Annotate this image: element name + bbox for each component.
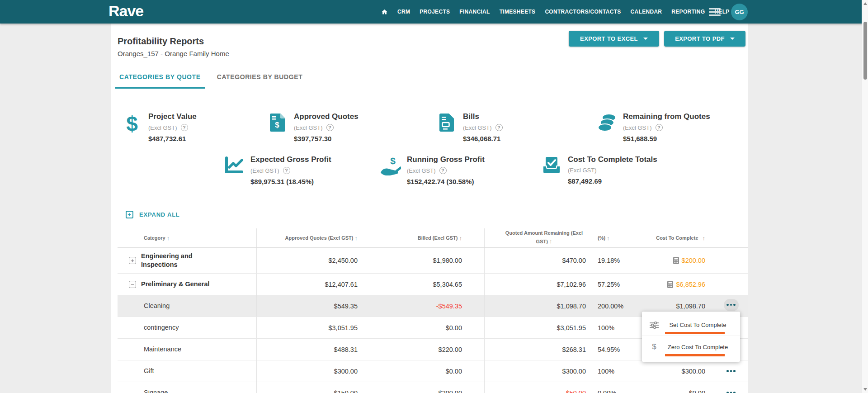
card-title: Remaining from Quotes [623,112,710,121]
column-header-category[interactable]: Category↑ [118,228,257,247]
line-chart-icon [223,155,245,185]
sort-asc-icon: ↑ [549,238,552,245]
billed-cell: $5,304.65 [365,274,485,295]
help-icon[interactable]: ? [495,124,503,131]
percent-cell: 200.00% [594,295,632,317]
row-actions-context-menu: Set Cost To Complete $ Zero Cost To Comp… [642,312,740,362]
row-actions-button[interactable] [725,368,737,374]
page-title: Profitability Reports [118,36,204,47]
tab-categories-by-quote[interactable]: CATEGORIES BY QUOTE [115,72,205,89]
column-header-billed[interactable]: Billed (Excl GST)↑ [365,228,485,247]
category-name: Engineering and Inspections [141,252,219,269]
scroll-down-icon[interactable] [863,388,867,391]
approved-cell: $488.31 [257,339,365,360]
tax-note: (Excl GST) [463,124,492,131]
approved-cell: $12,407.61 [257,274,365,295]
quote-document-icon: $ [267,112,288,142]
help-icon[interactable]: ? [283,167,290,174]
nav-item-contractors-contacts[interactable]: CONTRACTORS/CONTACTS [545,9,621,15]
nav-item-calendar[interactable]: CALENDAR [631,9,662,15]
approved-cell: $150.00 [257,382,365,393]
nav-item-crm[interactable]: CRM [397,9,410,15]
row-actions-button[interactable] [725,390,737,393]
help-icon[interactable]: ? [656,124,663,131]
card-value: $487,732.61 [148,135,197,142]
help-icon[interactable]: ? [326,124,334,131]
tab-categories-by-budget[interactable]: CATEGORIES BY BUDGET [213,72,307,89]
tax-note: (Excl GST) [623,124,652,131]
sort-asc-icon: ↑ [355,235,358,241]
table-row-signage: Signage $150.00 $200.00 -$50.00 0.00% $0… [118,382,748,393]
menu-item-zero-cost-to-complete[interactable]: $ Zero Cost To Complete [642,336,740,358]
category-name: Gift [144,367,154,375]
help-icon[interactable]: ? [439,167,447,174]
summary-card-project-value: $ Project Value (Excl GST) ? $487,732.61 [121,112,197,142]
card-title: Bills [463,112,503,121]
scroll-up-icon[interactable] [863,2,867,5]
export-to-excel-button[interactable]: EXPORT TO EXCEL [569,31,659,47]
chevron-down-icon [730,38,735,40]
approved-cell: $2,450.00 [257,248,365,273]
project-subtitle: Oranges_157 - Orange Family Home [118,50,229,57]
cost-to-complete-cell: $1,098.70 [676,303,705,310]
summary-card-bills: Bills (Excl GST) ? $346,068.71 [436,112,503,142]
row-actions-button[interactable] [724,299,739,311]
help-icon[interactable]: ? [181,124,188,131]
scrollbar-thumb[interactable] [863,22,867,80]
card-value: $87,492.69 [568,177,657,185]
nav-item-financial[interactable]: FINANCIAL [459,9,490,15]
menu-item-set-cost-to-complete[interactable]: Set Cost To Complete [642,314,740,336]
export-to-pdf-label: EXPORT TO PDF [675,35,725,42]
calculator-icon[interactable] [667,281,673,288]
billed-cell: $0.00 [365,360,485,382]
approved-cell: $3,051.95 [257,317,365,338]
billed-cell: -$549.35 [365,295,485,317]
dollar-icon: $ [126,114,138,134]
category-name: Preliminary & General [141,280,210,289]
card-value: $89,975.31 (18.45%) [250,178,331,185]
tax-note: (Excl GST) [250,167,279,174]
remaining-cell: $1,098.70 [485,295,594,317]
remaining-cell: $7,102.96 [485,274,594,295]
remaining-cell: $3,051.95 [485,317,594,338]
remaining-cell: $300.00 [485,360,594,382]
approved-cell: $549.35 [257,295,365,317]
expand-row-icon[interactable]: + [129,257,136,264]
column-header-cost-to-complete[interactable]: Cost To Complete↑ [632,228,714,247]
billed-cell: $0.00 [365,317,485,338]
collapse-row-icon[interactable]: − [129,281,136,288]
plus-box-icon: + [126,211,133,218]
export-to-pdf-button[interactable]: EXPORT TO PDF [664,31,745,47]
column-header-quoted-amount-remaining[interactable]: Quoted Amount Remaining (Excl GST)↑ [485,229,594,246]
vertical-scrollbar[interactable] [862,0,868,393]
column-header-approved-quotes[interactable]: Approved Quotes (Excl GST)↑ [257,228,365,247]
cost-to-complete-cell: $200.00 [682,257,705,264]
main-navigation: CRM PROJECTS FINANCIAL TIMESHEETS CONTRA… [381,0,730,24]
avatar[interactable]: GG [731,4,748,20]
calculator-icon[interactable] [673,257,679,264]
app-logo[interactable]: Rave [108,2,143,20]
card-value: $152,422.74 (30.58%) [407,178,485,185]
billed-cell: $200.00 [365,382,485,393]
percent-cell: 100% [594,317,632,338]
billed-cell: $220.00 [365,339,485,360]
column-header-percent[interactable]: (%)↑ [594,228,632,247]
nav-item-projects[interactable]: PROJECTS [420,9,450,15]
expand-all-button[interactable]: + EXPAND ALL [126,211,180,218]
summary-card-cost-to-complete-totals: Cost To Complete Totals (Excl GST) $87,4… [541,155,657,185]
home-icon[interactable] [381,9,388,15]
menu-item-label: Set Cost To Complete [659,322,740,328]
top-navbar: Rave CRM PROJECTS FINANCIAL TIMESHEETS C… [0,0,868,24]
percent-cell: 100% [594,360,632,382]
nav-item-reporting[interactable]: REPORTING [671,9,705,15]
table-row-preliminary-and-general: − Preliminary & General $12,407.61 $5,30… [118,274,748,295]
sort-asc-icon: ↑ [607,235,610,241]
cost-to-complete-cell: $6,852.96 [676,281,705,288]
sort-asc-icon: ↑ [459,235,462,241]
card-value: $51,688.59 [623,135,710,142]
table-row-gift: Gift $300.00 $0.00 $300.00 100% $300.00 [118,360,748,382]
menu-icon[interactable] [709,8,721,16]
table-row-engineering-and-inspections: + Engineering and Inspections $2,450.00 … [118,248,748,274]
nav-item-timesheets[interactable]: TIMESHEETS [500,9,536,15]
card-value: $397,757.30 [294,135,359,142]
